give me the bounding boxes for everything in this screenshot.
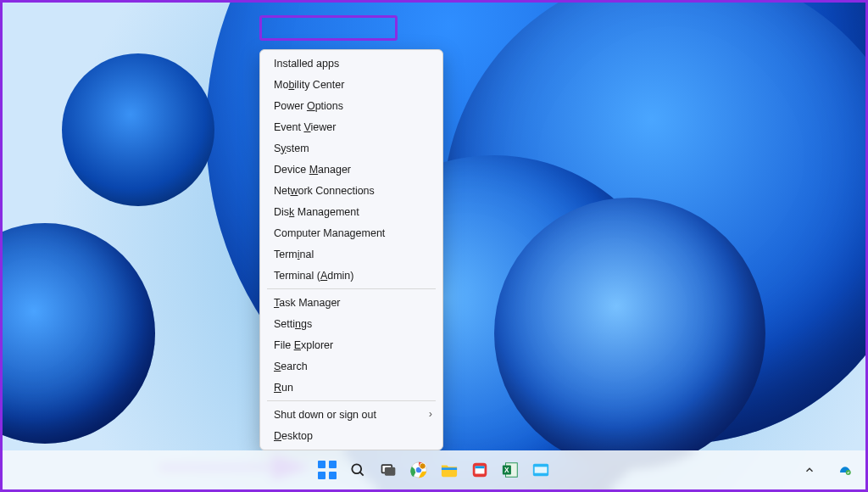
file-explorer-icon[interactable] <box>437 458 461 482</box>
menu-item-settings[interactable]: Settings <box>260 313 442 334</box>
excel-icon[interactable]: X <box>498 458 522 482</box>
svg-rect-4 <box>386 468 395 475</box>
svg-point-1 <box>352 464 361 473</box>
edge-icon[interactable] <box>529 458 553 482</box>
search-icon[interactable] <box>346 458 370 482</box>
onedrive-sync-icon[interactable] <box>833 458 857 482</box>
svg-line-2 <box>360 472 364 476</box>
menu-item-installed-apps[interactable]: Installed apps <box>260 53 442 74</box>
winx-context-menu: Installed appsMobility CenterPower Optio… <box>259 49 443 450</box>
menu-item-system[interactable]: System <box>260 137 442 159</box>
svg-rect-17 <box>535 467 548 472</box>
menu-item-terminal[interactable]: Terminal <box>260 243 442 265</box>
svg-rect-12 <box>476 466 485 468</box>
menu-item-power-options[interactable]: Power Options <box>260 95 442 116</box>
start-button[interactable] <box>315 458 339 482</box>
menu-item-device-manager[interactable]: Device Manager <box>260 159 442 180</box>
menu-item-search[interactable]: Search <box>260 355 442 377</box>
svg-point-8 <box>420 463 426 469</box>
svg-text:X: X <box>504 467 509 474</box>
menu-item-file-explorer[interactable]: File Explorer <box>260 334 442 355</box>
tray-overflow-icon[interactable] <box>798 458 821 482</box>
menu-item-terminal-admin[interactable]: Terminal (Admin) <box>260 265 442 286</box>
snipping-tool-icon[interactable] <box>468 458 492 482</box>
menu-item-desktop[interactable]: Desktop <box>260 425 442 446</box>
taskbar: X <box>3 450 865 489</box>
menu-item-network-connections[interactable]: Network Connections <box>260 180 442 201</box>
menu-item-disk-management[interactable]: Disk Management <box>260 201 442 222</box>
task-view-icon[interactable] <box>376 458 400 482</box>
menu-item-computer-management[interactable]: Computer Management <box>260 222 442 243</box>
menu-item-event-viewer[interactable]: Event Viewer <box>260 116 442 137</box>
menu-item-run[interactable]: Run <box>260 377 442 398</box>
menu-item-mobility-center[interactable]: Mobility Center <box>260 74 442 95</box>
svg-rect-9 <box>442 467 457 470</box>
chrome-icon[interactable] <box>407 458 431 482</box>
menu-item-task-manager[interactable]: Task Manager <box>260 292 442 313</box>
menu-item-shut-down[interactable]: Shut down or sign out <box>260 404 442 425</box>
